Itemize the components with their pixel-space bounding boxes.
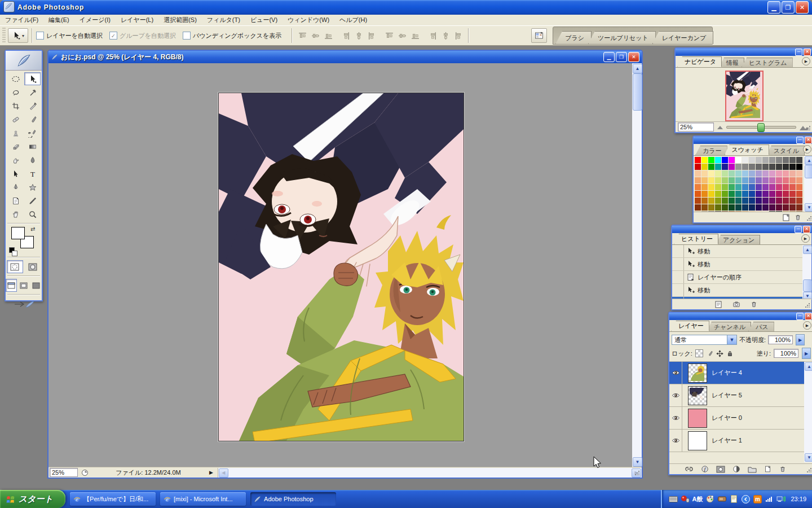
menu-item[interactable]: ビュー(V) (245, 15, 283, 25)
distribute-horizontal-centers-button[interactable] (439, 29, 452, 42)
checkbox[interactable] (183, 32, 191, 40)
panel-menu-button[interactable]: ▶ (802, 57, 810, 65)
history-state-row[interactable]: レイヤーの順序 (672, 271, 802, 284)
color-swatch[interactable] (715, 204, 722, 211)
new-layer-button[interactable] (764, 465, 771, 473)
options-bar-grip[interactable] (2, 28, 6, 43)
document-icon[interactable] (729, 494, 738, 503)
type-tool[interactable]: T (24, 167, 41, 180)
color-swatch[interactable] (776, 184, 783, 191)
color-swatch[interactable] (749, 204, 756, 211)
crop-tool[interactable] (7, 99, 24, 112)
color-swatch[interactable] (776, 170, 783, 177)
color-swatch[interactable] (789, 204, 796, 211)
new-swatch-button[interactable] (782, 213, 791, 221)
hand-tool[interactable] (7, 208, 24, 221)
menu-item[interactable]: ヘルプ(H) (334, 15, 372, 25)
eraser-tool[interactable] (7, 140, 24, 153)
color-swatch[interactable] (742, 198, 749, 204)
panel-close-button[interactable]: ✕ (803, 226, 810, 233)
distribute-left-edges-button[interactable] (426, 29, 439, 42)
adjustment-layer-button[interactable] (732, 465, 740, 473)
color-swatch[interactable] (715, 198, 722, 204)
distribute-top-edges-button[interactable] (383, 29, 395, 42)
restore-button[interactable]: ❐ (782, 1, 795, 14)
add-layer-mask-button[interactable] (716, 466, 725, 473)
layer-visibility-toggle[interactable] (669, 407, 682, 429)
history-state-row[interactable]: 移動 (672, 284, 802, 297)
color-swatch[interactable] (749, 191, 756, 198)
zoom-slider-thumb[interactable] (757, 123, 765, 132)
jump-to-imageready-button[interactable] (8, 297, 39, 310)
color-swatch[interactable] (796, 164, 803, 170)
color-swatch[interactable] (722, 177, 729, 184)
default-colors-icon[interactable] (9, 247, 17, 256)
ime-language-indicator[interactable]: A般 (692, 495, 703, 503)
navigator-tab[interactable]: 情報 (719, 58, 744, 67)
pen-tool[interactable] (7, 181, 24, 194)
color-swatch[interactable] (789, 191, 796, 198)
file-browser-button[interactable] (531, 28, 547, 43)
canvas-artwork[interactable] (218, 93, 464, 441)
color-swatch[interactable] (695, 198, 701, 204)
doc-minimize-button[interactable]: ▁ (603, 52, 615, 62)
quick-mask-mode-button[interactable] (25, 260, 41, 273)
new-group-button[interactable] (748, 466, 757, 473)
color-swatch[interactable] (742, 184, 749, 191)
swatches-titlebar[interactable]: ─ ✕ (694, 137, 812, 144)
color-swatch[interactable] (776, 157, 783, 164)
color-swatch[interactable] (742, 177, 749, 184)
color-swatch[interactable] (708, 170, 715, 177)
canvas-area[interactable] (48, 63, 632, 467)
lock-paint-icon[interactable] (706, 350, 713, 357)
hscroll-left-arrow[interactable]: ◀ (219, 468, 228, 478)
align-horizontal-centers-button[interactable] (352, 29, 365, 42)
layer-visibility-toggle[interactable] (669, 384, 682, 406)
zoom-percentage-field[interactable]: 25% (50, 468, 78, 477)
scroll-up-arrow[interactable]: ▲ (805, 362, 812, 371)
checkbox[interactable] (36, 32, 44, 40)
history-state-row[interactable]: 移動 (672, 245, 802, 258)
foreground-color-swatch[interactable] (11, 227, 25, 239)
brush-tool[interactable] (24, 113, 41, 126)
panel-close-button[interactable]: ✕ (804, 49, 811, 56)
color-swatch[interactable] (789, 164, 796, 170)
link-layers-icon[interactable] (685, 466, 694, 472)
color-swatch[interactable] (742, 164, 749, 170)
pointing-device-icon[interactable] (681, 494, 690, 503)
signal-strength-icon[interactable] (765, 494, 774, 503)
distribute-right-edges-button[interactable] (452, 29, 465, 42)
layer-thumbnail[interactable] (688, 386, 707, 405)
color-swatch[interactable] (701, 164, 708, 170)
new-snapshot-button[interactable] (732, 300, 741, 308)
blur-tool[interactable] (24, 154, 41, 167)
layer-name[interactable]: レイヤー 5 (712, 391, 742, 400)
color-swatch[interactable] (708, 157, 715, 164)
color-swatch[interactable] (715, 164, 722, 170)
color-swatch[interactable] (783, 157, 789, 164)
vscroll-thumb[interactable] (633, 73, 642, 111)
color-swatch[interactable] (776, 164, 783, 170)
color-swatch[interactable] (701, 198, 708, 204)
color-swatch[interactable] (789, 157, 796, 164)
taskbar-task-photoshop[interactable]: Adobe Photoshop (250, 492, 336, 506)
navigator-tab[interactable]: ヒストグラム (742, 58, 793, 67)
hide-icons-chevron[interactable] (741, 494, 750, 503)
color-swatch[interactable] (776, 191, 783, 198)
color-swatch[interactable] (722, 204, 729, 211)
color-swatch[interactable] (796, 204, 803, 211)
color-swatch[interactable] (708, 204, 715, 211)
color-swatch[interactable] (769, 170, 776, 177)
panel-minimize-button[interactable]: ─ (796, 137, 804, 144)
distribute-vertical-centers-button[interactable] (396, 29, 408, 42)
delete-layer-button[interactable] (779, 465, 787, 473)
history-brush-source-well[interactable] (672, 258, 684, 270)
color-swatch[interactable] (756, 157, 762, 164)
history-brush-source-well[interactable] (672, 245, 684, 257)
color-swatch[interactable] (715, 177, 722, 184)
color-swatch[interactable] (783, 204, 789, 211)
color-swatch[interactable] (722, 157, 729, 164)
distribute-bottom-edges-button[interactable] (409, 29, 421, 42)
menu-item[interactable]: 編集(E) (43, 15, 74, 25)
new-document-from-state-button[interactable] (714, 300, 723, 308)
